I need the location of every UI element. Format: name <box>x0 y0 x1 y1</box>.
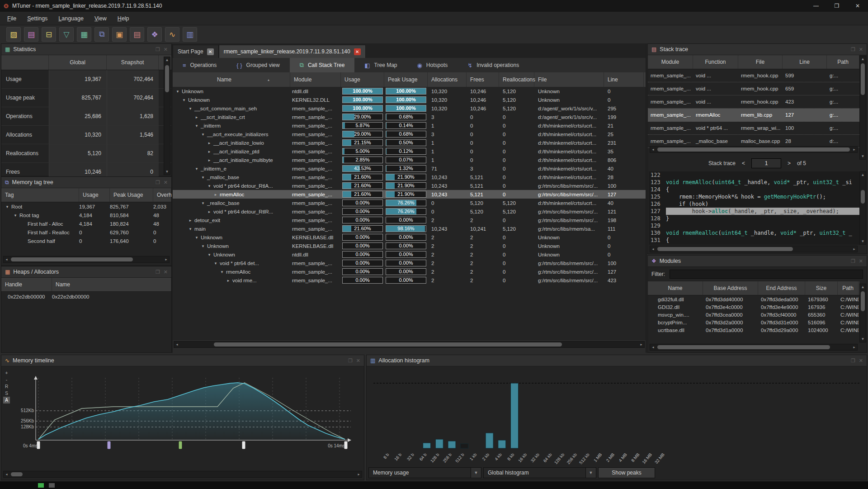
taskbar-app-green[interactable] <box>38 483 44 488</box>
close-icon[interactable]: ✕ <box>164 269 168 275</box>
column-header-size[interactable]: Size <box>805 281 838 295</box>
call-tree-row[interactable]: ▾Unknownntdll.dll0.00%0.00%220Unknown0 <box>173 250 646 259</box>
close-icon[interactable]: ✕ <box>859 47 863 52</box>
timeline-tool-a[interactable]: A <box>3 397 10 404</box>
expander-icon[interactable]: ▸ <box>213 192 218 197</box>
close-icon[interactable]: ✕ <box>164 47 168 52</box>
taskbar-app-grey[interactable] <box>49 483 55 488</box>
column-header-peak-usage[interactable]: Peak Usage <box>384 72 428 87</box>
column-header-function[interactable]: Function <box>693 55 738 69</box>
float-icon[interactable]: ❐ <box>851 358 855 364</box>
stack-trace-hscrollbar[interactable]: ◂ ▸ <box>650 146 858 153</box>
expander-icon[interactable]: ▾ <box>207 252 212 257</box>
call-tree-row[interactable]: ▾UnknownKERNELBASE.dll0.00%0.00%220Unkno… <box>173 233 646 242</box>
expander-icon[interactable]: ▸ <box>194 115 199 119</box>
expander-icon[interactable]: ▾ <box>194 123 199 128</box>
module-row[interactable]: ucrtbase.dll0x7ffd3d1a00000x7ffd3d29a000… <box>648 326 859 334</box>
memory-timeline-chart[interactable]: 512Kb256Kb128Kb0s 4ms0s 14ms <box>9 368 362 458</box>
expander-icon[interactable]: ▾ <box>188 227 193 231</box>
call-tree-row[interactable]: ▸__acrt_initialize_lowiormem_sample_...2… <box>173 138 646 147</box>
tab-tree-map[interactable]: ◧Tree Map <box>354 58 407 72</box>
tagtree-hscrollbar[interactable]: ◂ ▸ <box>3 256 170 263</box>
stack-trace-row[interactable]: rmem_sample_...void * ptr64 ...rmem_wrap… <box>648 122 859 135</box>
call-tree-row[interactable]: ▾_initterm_ermem_sample_...43.53%1.32%71… <box>173 164 646 173</box>
splitter[interactable] <box>646 43 647 353</box>
source-code-view[interactable]: 122123void rmemAlloc(uint64_t _handle, v… <box>649 171 859 245</box>
expander-icon[interactable]: ▾ <box>201 201 205 205</box>
memory-usage-combo[interactable]: Memory usage ▼ <box>368 467 481 478</box>
column-header-overhead[interactable]: Overh <box>153 188 171 202</box>
call-tree-row[interactable]: ▾_realloc_basermem_sample_...0.00%76.26%… <box>173 199 646 207</box>
pager-next-button[interactable]: > <box>788 160 791 166</box>
plugin-button[interactable]: ❖ <box>147 27 162 42</box>
column-header-module[interactable]: Module <box>290 72 341 87</box>
menu-item-help[interactable]: Help <box>113 14 134 24</box>
call-tree-hscrollbar[interactable]: ◂ ▸ <box>174 341 645 348</box>
tab-operations[interactable]: ≡Operations <box>173 58 226 72</box>
stack-trace-row[interactable]: rmem_sample_...void ...rmem_hook.cpp423g… <box>648 95 859 109</box>
maximize-button[interactable]: ❐ <box>826 0 847 12</box>
expander-icon[interactable]: ▸ <box>226 278 231 283</box>
document-tab-1[interactable]: rmem_sample_linker_release.2019.7.11.9.2… <box>219 45 366 58</box>
call-tree-row[interactable]: ▾UnknownKERNEL32.DLL100.00%100.00%10,320… <box>173 95 646 104</box>
call-tree-row[interactable]: ▾__acrt_execute_initializersrmem_sample_… <box>173 130 646 138</box>
expander-icon[interactable]: ▸ <box>207 141 212 145</box>
open-folder-button[interactable]: ▨ <box>6 27 21 42</box>
close-icon[interactable]: ✕ <box>859 258 863 264</box>
float-icon[interactable]: ❐ <box>156 180 160 185</box>
call-tree-row[interactable]: ▾rmemAllocrmem_sample_...0.00%0.00%220g:… <box>173 267 646 276</box>
expander-icon[interactable]: ▾ <box>201 175 205 180</box>
timeline-hscrollbar[interactable]: ◂ ▸ <box>3 471 362 478</box>
expander-icon[interactable]: ▾ <box>207 184 212 188</box>
call-tree-row[interactable]: ▾void * ptr64 det...rmem_sample_...0.00%… <box>173 259 646 267</box>
call-tree-row[interactable]: ▾_inittermrmem_sample_...5.87%0.14%100d:… <box>173 121 646 130</box>
column-header-tag[interactable]: Tag <box>1 188 79 202</box>
column-header-line[interactable]: Line <box>783 55 827 69</box>
close-icon[interactable]: ✕ <box>356 358 360 364</box>
timeline-tool-+[interactable]: + <box>3 370 10 376</box>
timeline-tool--[interactable]: - <box>3 376 10 383</box>
column-header-path[interactable]: Path <box>827 55 859 69</box>
menu-item-settings[interactable]: Settings <box>23 14 52 24</box>
expander-icon[interactable]: ▾ <box>220 270 224 274</box>
close-icon[interactable]: ✕ <box>164 180 168 185</box>
pager-prev-button[interactable]: < <box>742 160 745 166</box>
expander-icon[interactable]: ▾ <box>188 106 193 111</box>
column-header-path[interactable]: Path <box>838 281 859 295</box>
expander-icon[interactable]: ▾ <box>13 213 18 218</box>
table-view-button[interactable]: ▦ <box>77 27 91 42</box>
call-tree-row[interactable]: ▾Unknownntdll.dll100.00%100.00%10,32010,… <box>173 87 646 95</box>
call-tree-row[interactable]: ▸__acrt_initialize_ptdrmem_sample_...5.0… <box>173 147 646 156</box>
column-header-allocations[interactable]: Allocations <box>428 72 467 87</box>
column-header-file[interactable]: File <box>738 55 783 69</box>
tab-invalid-operations[interactable]: ↯Invalid operations <box>458 58 529 72</box>
tag-tree-row[interactable]: ▾Root tag4,184810,58448 <box>1 211 171 219</box>
code-hscrollbar[interactable]: ◂ ▸ <box>650 246 858 252</box>
column-header-peak-usage[interactable]: Peak Usage <box>110 188 153 202</box>
expander-icon[interactable]: ▾ <box>194 235 199 240</box>
heap-row[interactable]: 0x22e2db000000x22e2db00000 <box>1 292 171 302</box>
column-header-line[interactable]: Line <box>604 72 644 87</box>
menu-item-language[interactable]: Language <box>54 14 88 24</box>
menu-item-view[interactable]: View <box>90 14 111 24</box>
column-header-module[interactable]: Module <box>648 55 693 69</box>
document-button[interactable]: ▤ <box>24 27 38 42</box>
float-icon[interactable]: ❐ <box>851 258 855 264</box>
expander-icon[interactable]: ▸ <box>188 218 193 223</box>
column-header-base-address[interactable]: Base Address <box>703 281 758 295</box>
call-tree-row[interactable]: ▸void * ptr64 detour_RtlR...rmem_sample_… <box>173 207 646 216</box>
float-icon[interactable]: ❐ <box>348 358 353 364</box>
column-header-end-address[interactable]: End Address <box>758 281 805 295</box>
column-header-usage[interactable]: Usage <box>341 72 384 87</box>
call-tree-row[interactable]: ▾_malloc_basermem_sample_...21.60%21.90%… <box>173 173 646 181</box>
column-header-name[interactable]: Name <box>648 281 703 295</box>
code-vscrollbar[interactable]: ▲ ▼ <box>859 171 866 245</box>
timeline-tool-r[interactable]: R <box>3 383 10 390</box>
expander-icon[interactable]: ▾ <box>194 166 199 171</box>
column-header-frees[interactable]: Frees <box>467 72 499 87</box>
document-tab-0[interactable]: Start Page✕ <box>173 45 219 58</box>
expander-icon[interactable]: ▾ <box>213 261 218 266</box>
menu-item-file[interactable]: File <box>3 14 21 24</box>
close-button[interactable]: ✕ <box>847 0 868 12</box>
call-tree-row[interactable]: ▾void * ptr64 detour_RtlA...rmem_sample_… <box>173 181 646 190</box>
